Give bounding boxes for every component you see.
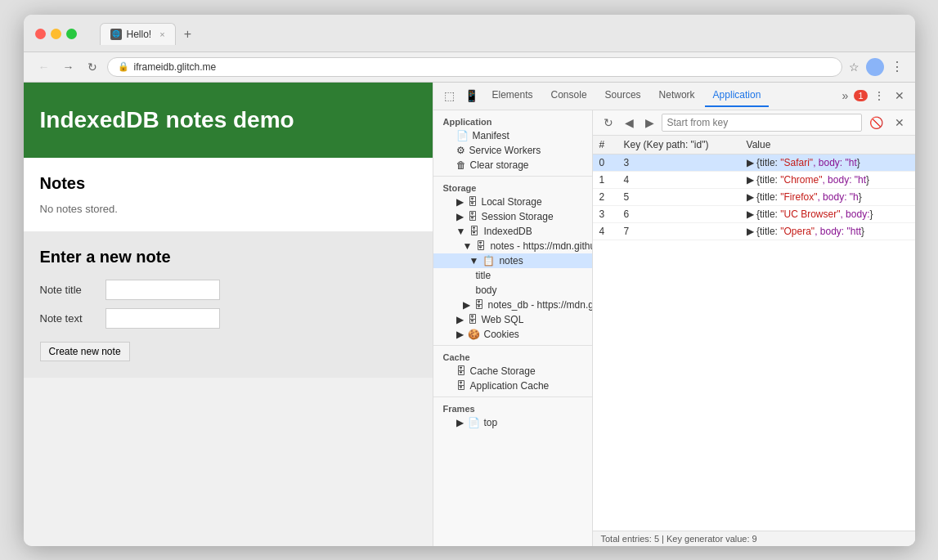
note-title-input[interactable] — [105, 280, 220, 300]
cell-value: ▶ {title: "Opera", body: "htt} — [740, 222, 915, 240]
cell-index: 3 — [593, 205, 617, 222]
address-bar: ← → ↻ 🔒 iframeidb.glitch.me ☆ ⋮ — [24, 52, 915, 83]
new-tab-button[interactable]: + — [177, 24, 198, 45]
devtools-panel: ⬚ 📱 Elements Console Sources Network App… — [433, 83, 915, 546]
error-badge: 1 — [854, 90, 867, 101]
sidebar-item-cookies[interactable]: ▶ 🍪 Cookies — [433, 327, 592, 342]
inspect-element-button[interactable]: ⬚ — [440, 87, 459, 105]
indexeddb-icon: 🗄 — [469, 226, 479, 237]
sidebar-item-local-storage[interactable]: ▶ 🗄 Local Storage — [433, 195, 592, 209]
tab-elements[interactable]: Elements — [484, 84, 541, 107]
main-page: IndexedDB notes demo Notes No notes stor… — [24, 83, 433, 546]
tab-sources[interactable]: Sources — [597, 84, 649, 107]
create-note-button[interactable]: Create new note — [40, 342, 130, 361]
refresh-data-button[interactable]: ↻ — [599, 114, 617, 131]
table-row[interactable]: 47▶ {title: "Opera", body: "htt} — [593, 222, 915, 240]
devtools-sidebar: Application 📄 Manifest ⚙ Service Workers… — [433, 110, 593, 546]
cell-index: 2 — [593, 188, 617, 205]
content-area: IndexedDB notes demo Notes No notes stor… — [24, 83, 915, 546]
sidebar-section-storage: Storage — [433, 180, 592, 195]
tab-close-button[interactable]: × — [159, 29, 164, 39]
expand-cookies-icon: ▶ — [456, 329, 464, 340]
traffic-lights — [35, 29, 77, 39]
start-from-key-input[interactable] — [662, 114, 862, 132]
next-key-button[interactable]: ▶ — [641, 114, 658, 131]
address-text: iframeidb.glitch.me — [134, 61, 217, 73]
table-row[interactable]: 25▶ {title: "Firefox", body: "h} — [593, 188, 915, 205]
device-toolbar-button[interactable]: 📱 — [460, 87, 482, 105]
sidebar-item-top[interactable]: ▶ 📄 top — [433, 415, 592, 430]
delete-selected-button[interactable]: 🚫 — [865, 114, 887, 131]
profile-avatar[interactable] — [866, 58, 884, 76]
sidebar-item-notes[interactable]: ▼ 📋 notes — [433, 253, 592, 268]
tab-console[interactable]: Console — [543, 84, 595, 107]
devtools-toolbar: ⬚ 📱 Elements Console Sources Network App… — [433, 83, 915, 110]
sidebar-item-web-sql[interactable]: ▶ 🗄 Web SQL — [433, 312, 592, 327]
sidebar-item-body[interactable]: body — [433, 283, 592, 298]
expand-notes-db-icon: ▼ — [463, 240, 473, 252]
cell-key: 7 — [617, 222, 740, 240]
notes-heading: Notes — [40, 174, 416, 193]
cookies-icon: 🍪 — [468, 329, 480, 340]
table-row[interactable]: 03▶ {title: "Safari", body: "ht} — [593, 154, 915, 171]
note-text-input[interactable] — [105, 308, 220, 329]
app-cache-icon: 🗄 — [456, 380, 466, 392]
cell-index: 1 — [593, 171, 617, 188]
sidebar-item-notes-db[interactable]: ▼ 🗄 notes - https://mdn.github — [433, 239, 592, 253]
prev-key-button[interactable]: ◀ — [621, 114, 638, 131]
browser-window: 🌐 Hello! × + ← → ↻ 🔒 iframeidb.glitch.me… — [24, 15, 915, 546]
title-bar: 🌐 Hello! × + — [24, 15, 915, 52]
devtools-main-panel: ↻ ◀ ▶ 🚫 ✕ # Key (Key pa — [593, 110, 915, 546]
notes-section: Notes No notes stored. — [24, 158, 433, 231]
menu-button[interactable]: ⋮ — [891, 59, 904, 74]
sidebar-item-session-storage[interactable]: ▶ 🗄 Session Storage — [433, 209, 592, 224]
sidebar-item-service-workers[interactable]: ⚙ Service Workers — [433, 143, 592, 158]
sidebar-item-title[interactable]: title — [433, 268, 592, 283]
sidebar-item-manifest[interactable]: 📄 Manifest — [433, 128, 592, 143]
cache-storage-icon: 🗄 — [456, 365, 466, 377]
browser-tab[interactable]: 🌐 Hello! × — [100, 23, 176, 45]
cell-value: ▶ {title: "Firefox", body: "h} — [740, 188, 915, 205]
cell-key: 3 — [617, 154, 740, 171]
tab-application[interactable]: Application — [705, 84, 770, 107]
devtools-close-button[interactable]: ✕ — [891, 87, 909, 105]
devtools-settings-button[interactable]: ⋮ — [869, 87, 889, 105]
sidebar-item-clear-storage[interactable]: 🗑 Clear storage — [433, 158, 592, 172]
cell-value: ▶ {title: "Safari", body: "ht} — [740, 154, 915, 171]
bookmark-button[interactable]: ☆ — [849, 60, 859, 74]
cell-index: 0 — [593, 154, 617, 171]
notes-empty-message: No notes stored. — [40, 203, 416, 215]
expand-session-storage-icon: ▶ — [456, 211, 464, 222]
expand-local-storage-icon: ▶ — [456, 196, 464, 208]
address-input-container[interactable]: 🔒 iframeidb.glitch.me — [107, 57, 842, 77]
minimize-button[interactable] — [51, 29, 61, 39]
tab-favicon: 🌐 — [110, 29, 122, 40]
clear-storage-icon: 🗑 — [456, 159, 466, 171]
cell-index: 4 — [593, 222, 617, 240]
reload-button[interactable]: ↻ — [84, 59, 101, 75]
top-frame-icon: 📄 — [468, 417, 480, 428]
cell-key: 5 — [617, 188, 740, 205]
table-row[interactable]: 14▶ {title: "Chrome", body: "ht} — [593, 171, 915, 188]
sidebar-item-app-cache[interactable]: 🗄 Application Cache — [433, 379, 592, 393]
expand-indexeddb-icon: ▼ — [456, 226, 466, 237]
col-index: # — [593, 136, 617, 155]
sidebar-item-cache-storage[interactable]: 🗄 Cache Storage — [433, 364, 592, 379]
sidebar-item-indexeddb[interactable]: ▼ 🗄 IndexedDB — [433, 224, 592, 239]
tab-label: Hello! — [127, 29, 152, 40]
form-section: Enter a new note Note title Note text Cr… — [24, 231, 433, 378]
expand-top-icon: ▶ — [456, 417, 464, 428]
clear-button[interactable]: ✕ — [891, 114, 909, 131]
maximize-button[interactable] — [66, 29, 77, 39]
manifest-icon: 📄 — [456, 130, 469, 141]
table-row[interactable]: 36▶ {title: "UC Browser", body:} — [593, 205, 915, 222]
notes-db-icon: 🗄 — [476, 240, 486, 252]
page-header: IndexedDB notes demo — [24, 83, 433, 158]
divider-1 — [433, 176, 592, 177]
close-button[interactable] — [35, 29, 46, 39]
more-tabs-button[interactable]: » — [838, 87, 853, 105]
forward-button[interactable]: → — [60, 59, 78, 75]
back-button[interactable]: ← — [35, 59, 53, 75]
sidebar-item-notes-db2[interactable]: ▶ 🗄 notes_db - https://mdn.git — [433, 298, 592, 312]
tab-network[interactable]: Network — [651, 84, 703, 107]
